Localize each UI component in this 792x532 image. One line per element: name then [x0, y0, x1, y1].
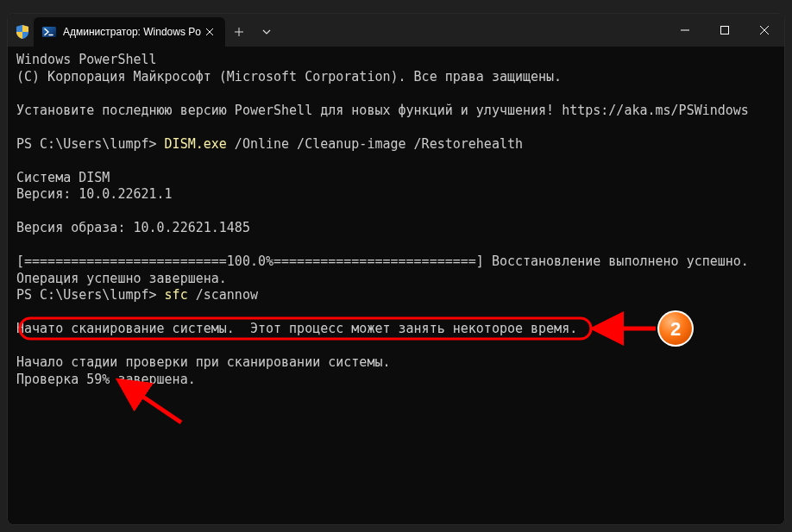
prompt: PS C:\Users\lumpf> [16, 287, 165, 303]
line: Операция успешно завершена. [16, 271, 227, 286]
tab-title: Администратор: Windows Po [63, 26, 201, 38]
close-button[interactable] [745, 14, 784, 47]
titlebar[interactable]: Администратор: Windows Po [8, 14, 784, 47]
line: Windows PowerShell [16, 52, 157, 67]
line: Установите последнюю версию PowerShell д… [16, 103, 749, 118]
tab-dropdown-button[interactable] [253, 17, 280, 47]
line: Версия: 10.0.22621.1 [16, 186, 173, 202]
line: Cистема DISM [16, 170, 110, 185]
minimize-button[interactable] [665, 14, 705, 47]
tab-powershell[interactable]: Администратор: Windows Po [34, 17, 225, 47]
line: Версия образа: 10.0.22621.1485 [16, 220, 250, 235]
line: Начало стадии проверки при сканировании … [16, 354, 390, 370]
powershell-icon [42, 25, 56, 39]
line: Начато сканирование системы. Этот процес… [16, 321, 577, 336]
command: sfc [165, 287, 188, 303]
command: DISM.exe [165, 136, 227, 152]
terminal-window: Администратор: Windows Po Windows PowerS… [7, 13, 785, 525]
terminal-output[interactable]: Windows PowerShell (C) Корпорация Майкро… [8, 47, 784, 524]
args: /Online /Cleanup-image /Restorehealth [227, 136, 523, 152]
titlebar-spacer [8, 14, 16, 47]
maximize-button[interactable] [705, 14, 745, 47]
svg-rect-2 [721, 27, 729, 34]
prompt: PS C:\Users\lumpf> [16, 136, 165, 152]
new-tab-button[interactable] [225, 17, 253, 47]
titlebar-drag-area[interactable] [280, 14, 665, 47]
line: Проверка 59% завершена. [16, 372, 196, 387]
args: /scannow [188, 287, 258, 303]
line: [==========================100.0%=======… [16, 253, 749, 269]
window-controls [665, 14, 784, 47]
line: (C) Корпорация Майкрософт (Microsoft Cor… [16, 69, 562, 84]
tab-close-button[interactable] [201, 23, 218, 41]
uac-shield-icon [16, 25, 28, 39]
